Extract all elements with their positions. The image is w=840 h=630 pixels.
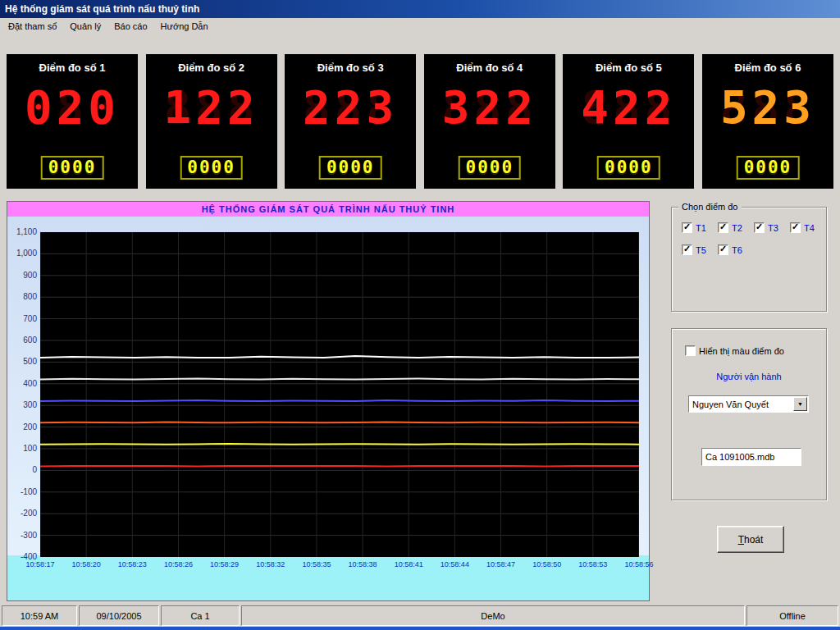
meter-value: 523	[720, 84, 815, 130]
combobox-dropdown-button[interactable]: ▼	[793, 397, 807, 411]
trend-chart: HỆ THỐNG GIÁM SÁT QUÁ TRÌNH NẤU THUỶ TIN…	[7, 201, 650, 601]
menu-item-bao-cao[interactable]: Báo cáo	[107, 20, 153, 33]
meter-display: 888 523	[702, 78, 833, 137]
meter-sub-value: 0000	[605, 158, 653, 177]
x-axis-tick-label: 10:58:20	[72, 560, 101, 568]
t2-checkbox-box[interactable]	[718, 222, 728, 233]
plot-area	[40, 232, 639, 557]
y-axis-tick-label: 1,000	[7, 249, 37, 258]
show-color-checkbox-box[interactable]	[685, 345, 696, 356]
show-color-checkbox[interactable]: Hiển thị màu điểm đo	[685, 345, 784, 356]
database-file-field[interactable]: Ca 1091005.mdb	[701, 448, 801, 466]
x-axis-tick-label: 10:58:17	[25, 560, 54, 568]
y-axis-tick-label: 1,100	[7, 227, 37, 236]
window-border-bottom	[0, 627, 840, 630]
selector-row-2: T5 T6	[682, 244, 826, 255]
meter-sub-value: 0000	[465, 158, 514, 177]
title-bar[interactable]: Hệ thống giám sát quá trình nấu thuỷ tin…	[0, 0, 840, 18]
x-axis-labels: 10:58:1710:58:2010:58:2310:58:2610:58:29…	[40, 560, 639, 572]
t5-checkbox-box[interactable]	[682, 244, 692, 255]
t3-checkbox-box[interactable]	[754, 222, 765, 233]
t2-checkbox-label: T2	[732, 223, 742, 233]
checkbox-t2[interactable]: T2	[718, 222, 754, 233]
x-axis-tick-label: 10:58:41	[395, 560, 423, 568]
chevron-down-icon: ▼	[797, 401, 803, 407]
y-axis-tick-label: 400	[7, 379, 37, 388]
y-axis-tick-label: -300	[7, 531, 37, 540]
point-selector-groupbox: Chọn điểm đo T1 T2 T3 T4 T5	[671, 207, 827, 312]
y-axis-labels: 1,1001,0009008007006005004003002001000-1…	[7, 202, 39, 557]
x-axis-tick-label: 10:58:38	[349, 560, 377, 568]
meter-label: Điểm đo số 4	[424, 62, 555, 74]
t4-checkbox-label: T4	[804, 223, 815, 233]
y-axis-tick-label: 0	[7, 465, 37, 474]
meter-value: 422	[581, 84, 676, 130]
x-axis-tick-label: 10:58:47	[486, 560, 515, 568]
x-axis-tick-label: 10:58:50	[532, 560, 561, 568]
meter-display: 888 223	[285, 78, 416, 137]
checkbox-t3[interactable]: T3	[754, 222, 790, 233]
t1-checkbox-label: T1	[696, 223, 706, 233]
meter-sub-value: 0000	[187, 158, 235, 177]
menu-bar: Đặt tham số Quản lý Báo cáo Hướng Dẫn	[0, 18, 840, 34]
menu-item-quan-ly[interactable]: Quản lý	[63, 20, 107, 33]
x-axis-tick-label: 10:58:35	[302, 560, 331, 568]
meter-label: Điểm đo số 2	[146, 62, 277, 74]
y-axis-tick-label: 800	[7, 292, 37, 301]
meter-sub-display: 8888 0000	[737, 156, 800, 180]
status-time: 10:59 AM	[2, 605, 77, 626]
window-title: Hệ thống giám sát quá trình nấu thuỷ tin…	[5, 3, 199, 15]
meter-panel-2: Điểm đo số 2 888 122 8888 0000	[146, 54, 277, 189]
meter-label: Điểm đo số 6	[702, 62, 833, 74]
y-axis-tick-label: 600	[7, 336, 37, 345]
meter-display: 888 422	[563, 78, 694, 137]
meter-value: 020	[25, 84, 120, 130]
chart-title: HỆ THỐNG GIÁM SÁT QUÁ TRÌNH NẤU THUỶ TIN…	[7, 202, 649, 217]
meter-display: 888 322	[424, 78, 555, 137]
y-axis-tick-label: -100	[7, 487, 37, 496]
status-mode: DeMo	[241, 605, 745, 626]
checkbox-t6[interactable]: T6	[718, 244, 754, 255]
meter-label: Điểm đo số 3	[285, 62, 416, 74]
meter-label: Điểm đo số 5	[563, 62, 694, 74]
meter-sub-display: 8888 0000	[319, 156, 382, 180]
t6-checkbox-box[interactable]	[718, 244, 728, 255]
menu-item-dat-tham-so[interactable]: Đặt tham số	[2, 20, 63, 33]
y-axis-tick-label: 900	[7, 271, 37, 280]
status-bar: 10:59 AM 09/10/2005 Ca 1 DeMo Offline	[2, 605, 838, 626]
checkbox-t4[interactable]: T4	[790, 222, 826, 233]
meter-sub-value: 0000	[744, 158, 792, 177]
x-axis-tick-label: 10:58:29	[210, 560, 239, 568]
meter-value: 122	[164, 84, 259, 130]
meter-sub-display: 8888 0000	[458, 156, 521, 180]
status-date: 09/10/2005	[79, 605, 159, 626]
operator-combobox[interactable]: Nguyen Văn Quyết ▼	[688, 395, 809, 413]
options-groupbox: Hiển thị màu điểm đo Người vận hành Nguy…	[671, 328, 827, 500]
x-axis-tick-label: 10:58:56	[624, 560, 653, 568]
meter-sub-display: 8888 0000	[180, 156, 243, 180]
y-axis-tick-label: -200	[7, 509, 37, 518]
meter-value: 322	[442, 84, 537, 130]
menu-item-huong-dan[interactable]: Hướng Dẫn	[154, 20, 215, 33]
meter-sub-display: 8888 0000	[41, 156, 104, 180]
x-axis-tick-label: 10:58:23	[118, 560, 147, 568]
x-axis-tick-label: 10:58:53	[578, 560, 607, 568]
status-shift: Ca 1	[161, 605, 240, 626]
checkbox-t5[interactable]: T5	[682, 244, 718, 255]
exit-button[interactable]: Thoát	[717, 526, 784, 553]
meter-panel-3: Điểm đo số 3 888 223 8888 0000	[285, 54, 416, 189]
t4-checkbox-box[interactable]	[790, 222, 801, 233]
x-axis-tick-label: 10:58:32	[256, 560, 285, 568]
meter-row: Điểm đo số 1 888 020 8888 0000 Điểm đo s…	[7, 54, 833, 189]
x-axis-tick-label: 10:58:26	[164, 560, 193, 568]
y-axis-tick-label: 300	[7, 400, 37, 409]
x-axis-tick-label: 10:58:44	[441, 560, 469, 568]
point-selector-title: Chọn điểm đo	[678, 202, 742, 212]
t1-checkbox-box[interactable]	[682, 222, 692, 233]
checkbox-t1[interactable]: T1	[682, 222, 718, 233]
selector-row-1: T1 T2 T3 T4	[682, 222, 826, 233]
y-axis-tick-label: 200	[7, 422, 37, 431]
t6-checkbox-label: T6	[732, 245, 742, 255]
meter-panel-6: Điểm đo số 6 888 523 8888 0000	[702, 54, 833, 189]
t3-checkbox-label: T3	[768, 223, 778, 233]
